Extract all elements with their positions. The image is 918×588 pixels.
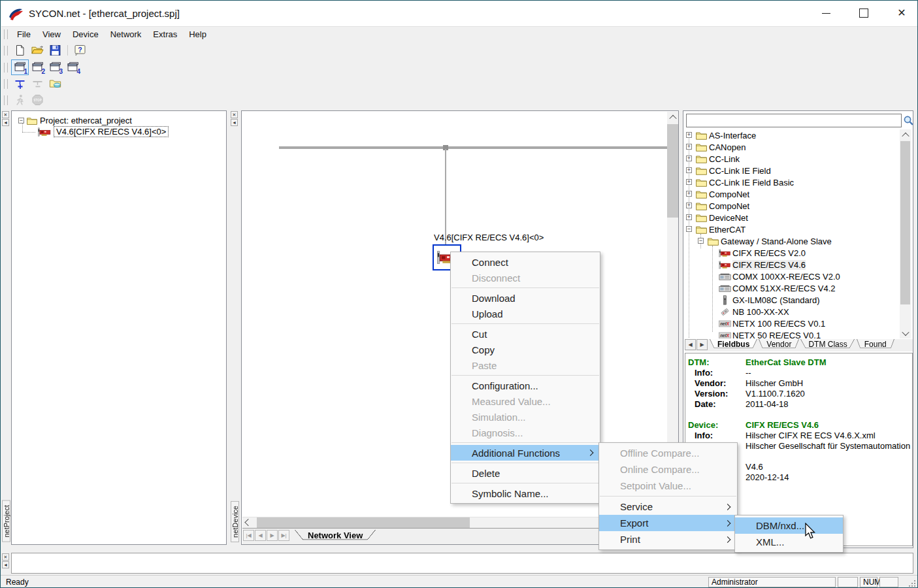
catalog-item-cifx-re-ecs-v4-6[interactable]: CIFX RE/ECS V4.6 <box>683 259 900 270</box>
scroll-down-button[interactable] <box>900 327 911 338</box>
project-root-row[interactable]: − Project: ethercat_project <box>18 115 132 126</box>
network-view-tab[interactable]: Network View <box>295 530 376 542</box>
pin-panel-button[interactable]: ◄ <box>2 119 9 126</box>
menu-item-dbm-nxd[interactable]: DBM/nxd... <box>735 517 843 534</box>
menu-item-diagnosis[interactable]: Diagnosis... <box>451 425 600 440</box>
menu-item-export[interactable]: Export <box>599 515 737 531</box>
menu-item-offline-compare[interactable]: Offline Compare... <box>599 445 737 461</box>
expand-icon[interactable]: + <box>686 167 692 173</box>
catalog-item-devicenet[interactable]: +DeviceNet <box>683 212 900 223</box>
netproject-tab[interactable]: netProject <box>2 500 10 542</box>
menu-item-measured-value[interactable]: Measured Value... <box>451 393 600 409</box>
catalog-item-gx-ilm08c-standard[interactable]: GX-ILM08C (Standard) <box>683 294 900 306</box>
scrollbar-thumb[interactable] <box>667 124 678 218</box>
catalog-item-as-interface[interactable]: +AS-Interface <box>683 129 900 141</box>
menu-item-copy[interactable]: Copy <box>451 342 600 357</box>
toolbar-grip[interactable] <box>4 95 8 105</box>
scroll-up-button[interactable] <box>900 129 911 140</box>
menu-file[interactable]: File <box>11 28 37 41</box>
next-tab-button[interactable]: ▶ <box>267 530 278 541</box>
catalog-item-componet[interactable]: +CompoNet <box>683 200 900 212</box>
insert-busline-button[interactable] <box>11 76 29 91</box>
menu-item-download[interactable]: Download <box>451 290 600 306</box>
close-panel-button[interactable]: ✕ <box>2 111 9 118</box>
menu-item-upload[interactable]: Upload <box>451 306 600 321</box>
project-window-button[interactable]: 1 <box>11 59 29 75</box>
project-window-button[interactable]: 2 <box>29 59 46 75</box>
new-document-button[interactable] <box>11 42 29 58</box>
toolbar-grip[interactable] <box>4 46 8 56</box>
menu-view[interactable]: View <box>37 28 67 41</box>
menu-item-paste[interactable]: Paste <box>451 357 600 373</box>
close-panel-button[interactable]: ✕ <box>231 111 238 118</box>
catalog-item-cc-link[interactable]: +CC-Link <box>683 153 900 165</box>
menu-item-online-compare[interactable]: Online Compare... <box>599 461 737 478</box>
menu-help[interactable]: Help <box>183 28 212 41</box>
pin-panel-button[interactable]: ◄ <box>231 119 238 126</box>
menu-item-simulation[interactable]: Simulation... <box>451 409 600 425</box>
catalog-item-nb-100-xx-xx[interactable]: NB 100-XX-XX <box>683 306 900 318</box>
menu-item-delete[interactable]: Delete <box>451 465 600 481</box>
catalog-tab-found[interactable]: Found <box>857 339 894 350</box>
open-project-button[interactable] <box>29 42 46 58</box>
catalog-item-netx-100-re-ecs-v0-1[interactable]: netXNETX 100 RE/ECS V0.1 <box>683 318 900 329</box>
expand-icon[interactable]: + <box>686 144 692 150</box>
title-bar[interactable]: SYCON.net - [ethercat_project.spj] ✕ <box>1 1 918 27</box>
delete-busline-button[interactable] <box>29 76 46 91</box>
tabs-scroll-left-button[interactable]: ◀ <box>685 339 696 350</box>
scroll-up-button[interactable] <box>667 112 678 123</box>
catalog-item-cc-link-ie-field-basic[interactable]: +CC-Link IE Field Basic <box>683 176 900 188</box>
menu-item-symbolic-name[interactable]: Symbolic Name... <box>451 485 600 501</box>
stop-communication-button[interactable]: STOP <box>29 92 46 108</box>
catalog-item-ethercat[interactable]: −EtherCAT <box>683 223 900 235</box>
minimize-button[interactable] <box>816 4 836 22</box>
search-icon[interactable] <box>903 115 914 126</box>
catalog-item-comx-100xx-re-ecs-v2-0[interactable]: COMX 100XX-RE/ECS V2.0 <box>683 270 900 282</box>
expand-icon[interactable]: + <box>686 179 692 185</box>
menu-item-connect[interactable]: Connect <box>451 254 600 270</box>
toolbar-grip[interactable] <box>4 63 8 73</box>
catalog-search-input[interactable] <box>686 114 902 127</box>
catalog-tab-dtm-class[interactable]: DTM Class <box>800 339 855 350</box>
output-panel[interactable] <box>11 553 913 574</box>
help-button[interactable]: ? <box>71 42 89 58</box>
catalog-item-netx-50-re-ecs-v0-1[interactable]: netXNETX 50 RE/ECS V0.1 <box>683 329 900 338</box>
menu-device[interactable]: Device <box>67 28 105 41</box>
expand-icon[interactable]: + <box>686 191 692 197</box>
menu-item-print[interactable]: Print <box>599 531 737 547</box>
catalog-item-gateway-stand-alone-slave[interactable]: −Gateway / Stand-Alone Slave <box>683 235 900 247</box>
toolbar-grip[interactable] <box>4 29 8 39</box>
catalog-scrollbar[interactable] <box>900 129 911 338</box>
project-device-label[interactable]: V4.6[CIFX RE/ECS V4.6]<0> <box>54 126 169 137</box>
pin-panel-button[interactable]: ◄ <box>2 561 9 568</box>
menu-item-disconnect[interactable]: Disconnect <box>451 270 600 286</box>
project-device-row[interactable]: V4.6[CIFX RE/ECS V4.6]<0> <box>35 126 169 137</box>
expand-icon[interactable]: + <box>686 132 692 138</box>
netdevice-tab[interactable]: netDevice <box>231 501 239 542</box>
collapse-expander-icon[interactable]: − <box>18 118 24 123</box>
catalog-item-canopen[interactable]: +CANopen <box>683 141 900 153</box>
menu-item-setpoint-value[interactable]: Setpoint Value... <box>599 478 737 494</box>
menu-item-additional-functions[interactable]: Additional Functions <box>451 445 600 461</box>
maximize-button[interactable] <box>854 4 874 22</box>
expand-icon[interactable]: + <box>686 203 692 208</box>
menu-network[interactable]: Network <box>105 28 148 41</box>
close-button[interactable]: ✕ <box>892 4 911 22</box>
project-window-button[interactable]: 4 <box>64 59 82 75</box>
device-catalog-button[interactable] <box>46 76 64 91</box>
project-window-button[interactable]: 3 <box>46 59 64 75</box>
catalog-item-cifx-re-ecs-v2-0[interactable]: CIFX RE/ECS V2.0 <box>683 247 900 259</box>
bus-line[interactable] <box>279 146 668 149</box>
collapse-icon[interactable]: − <box>686 226 692 232</box>
start-communication-button[interactable] <box>11 92 29 108</box>
menu-item-service[interactable]: Service <box>599 498 737 515</box>
tabs-scroll-right-button[interactable]: ▶ <box>697 339 708 350</box>
menu-item-xml[interactable]: XML... <box>735 534 843 550</box>
expand-icon[interactable]: + <box>686 155 692 161</box>
catalog-item-cc-link-ie-field[interactable]: +CC-Link IE Field <box>683 165 900 176</box>
catalog-item-componet[interactable]: +CompoNet <box>683 188 900 200</box>
catalog-tab-fieldbus[interactable]: Fieldbus <box>710 339 757 350</box>
scrollbar-thumb[interactable] <box>900 141 910 304</box>
resize-grip[interactable] <box>908 580 917 588</box>
close-panel-button[interactable]: ✕ <box>2 553 9 561</box>
